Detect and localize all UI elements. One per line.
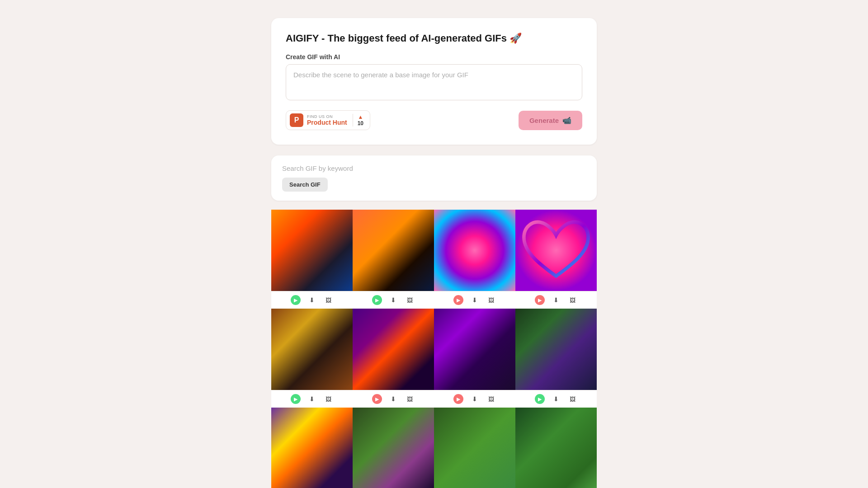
- gif-actions: ▶ ⬇ 🖼: [434, 390, 515, 408]
- gif-item: ▶ ⬇ 🖼: [434, 210, 515, 309]
- image-button[interactable]: 🖼: [486, 394, 496, 404]
- upvote-count: 10: [358, 120, 363, 127]
- play-button[interactable]: ▶: [372, 394, 382, 404]
- search-button[interactable]: Search GIF: [282, 178, 328, 192]
- gif-item: [271, 408, 353, 488]
- product-hunt-name: Product Hunt: [307, 119, 347, 126]
- gif-item: ▶ ⬇ 🖼: [353, 309, 434, 408]
- gif-item: [353, 408, 434, 488]
- download-button[interactable]: ⬇: [470, 295, 480, 305]
- play-button[interactable]: ▶: [535, 394, 545, 404]
- download-button[interactable]: ⬇: [470, 394, 480, 404]
- gif-thumbnail: [515, 210, 597, 291]
- gif-actions: ▶ ⬇ 🖼: [434, 291, 515, 309]
- play-button[interactable]: ▶: [372, 295, 382, 305]
- image-button[interactable]: 🖼: [405, 295, 415, 305]
- gif-item: [515, 408, 597, 488]
- gif-actions: ▶ ⬇ 🖼: [515, 291, 597, 309]
- play-button[interactable]: ▶: [453, 394, 463, 404]
- gif-thumbnail: [353, 309, 434, 390]
- search-section: Search GIF: [271, 155, 597, 201]
- gif-actions: ▶ ⬇ 🖼: [353, 390, 434, 408]
- image-button[interactable]: 🖼: [323, 295, 333, 305]
- gif-thumbnail: [434, 309, 515, 390]
- gif-item: ▶ ⬇ 🖼: [515, 210, 597, 309]
- play-button[interactable]: ▶: [453, 295, 463, 305]
- download-button[interactable]: ⬇: [551, 295, 561, 305]
- generate-button[interactable]: Generate 📹: [519, 111, 582, 130]
- gif-thumbnail: [271, 408, 353, 488]
- gif-thumbnail: [515, 408, 597, 488]
- gif-actions: ▶ ⬇ 🖼: [271, 291, 353, 309]
- image-button[interactable]: 🖼: [405, 394, 415, 404]
- image-button[interactable]: 🖼: [567, 394, 577, 404]
- image-button[interactable]: 🖼: [486, 295, 496, 305]
- gif-thumbnail: [271, 309, 353, 390]
- gif-thumbnail: [353, 408, 434, 488]
- find-us-label: FIND US ON: [307, 114, 347, 119]
- play-button[interactable]: ▶: [291, 295, 301, 305]
- download-button[interactable]: ⬇: [388, 394, 398, 404]
- image-button[interactable]: 🖼: [567, 295, 577, 305]
- download-button[interactable]: ⬇: [388, 295, 398, 305]
- gif-actions: ▶ ⬇ 🖼: [515, 390, 597, 408]
- gif-item: ▶ ⬇ 🖼: [353, 210, 434, 309]
- gif-actions: ▶ ⬇ 🖼: [271, 390, 353, 408]
- download-button[interactable]: ⬇: [551, 394, 561, 404]
- product-hunt-text: FIND US ON Product Hunt: [307, 114, 347, 126]
- generate-label: Generate: [529, 117, 559, 124]
- gif-thumbnail: [434, 408, 515, 488]
- gif-thumbnail: [271, 210, 353, 291]
- gif-item: ▶ ⬇ 🖼: [515, 309, 597, 408]
- gif-actions: ▶ ⬇ 🖼: [353, 291, 434, 309]
- image-button[interactable]: 🖼: [323, 394, 333, 404]
- download-button[interactable]: ⬇: [307, 295, 317, 305]
- gif-thumbnail: [434, 210, 515, 291]
- search-input[interactable]: [282, 164, 586, 172]
- video-camera-icon: 📹: [562, 116, 571, 125]
- gif-item: ▶ ⬇ 🖼: [271, 309, 353, 408]
- create-label: Create GIF with AI: [286, 53, 582, 61]
- page-title: AIGIFY - The biggest feed of AI-generate…: [286, 33, 582, 44]
- product-hunt-upvote: ▲ 10: [353, 114, 363, 127]
- gif-description-input[interactable]: [286, 64, 582, 100]
- play-button[interactable]: ▶: [535, 295, 545, 305]
- bottom-row: P FIND US ON Product Hunt ▲ 10 Generate …: [286, 110, 582, 130]
- play-button[interactable]: ▶: [291, 394, 301, 404]
- gif-item: [434, 408, 515, 488]
- gif-item: ▶ ⬇ 🖼: [271, 210, 353, 309]
- product-hunt-badge[interactable]: P FIND US ON Product Hunt ▲ 10: [286, 110, 370, 130]
- gif-item: ▶ ⬇ 🖼: [434, 309, 515, 408]
- upvote-arrow-icon: ▲: [358, 114, 363, 120]
- gif-thumbnail: [515, 309, 597, 390]
- product-hunt-logo: P: [290, 113, 303, 127]
- download-button[interactable]: ⬇: [307, 394, 317, 404]
- gif-grid: ▶ ⬇ 🖼 ▶ ⬇ 🖼 ▶ ⬇ 🖼: [271, 210, 597, 488]
- main-card: AIGIFY - The biggest feed of AI-generate…: [271, 18, 597, 145]
- gif-thumbnail: [353, 210, 434, 291]
